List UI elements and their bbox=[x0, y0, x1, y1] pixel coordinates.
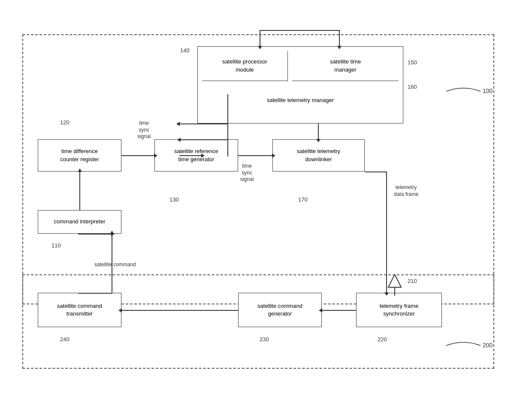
sat-telemetry-downlinker-box: satellite telemetrydownlinker bbox=[272, 139, 365, 171]
ref-230: 230 bbox=[260, 336, 269, 343]
ref-160: 160 bbox=[408, 84, 417, 90]
arrow-h-140-to-130 bbox=[180, 139, 228, 140]
ref-210: 210 bbox=[408, 278, 417, 284]
ref-170: 170 bbox=[298, 196, 308, 203]
arrow-telemetry-mgr-to-downlinker bbox=[318, 123, 319, 139]
satellite-telemetry-manager-label: satellite telemetry manager bbox=[267, 96, 334, 104]
arrow-satellite-cmd-h2 bbox=[78, 234, 112, 235]
telemetry-data-frame-label: telemetrydata frame bbox=[394, 184, 418, 198]
ref-130: 130 bbox=[169, 196, 179, 203]
svg-text:200: 200 bbox=[483, 342, 493, 349]
satellite-time-manager-label: satellite timemanager bbox=[330, 58, 361, 73]
svg-text:100: 100 bbox=[483, 87, 493, 94]
ref-100-curve: 100 bbox=[446, 83, 502, 100]
arrow-time-diff-to-ref bbox=[121, 155, 154, 156]
ref-150: 150 bbox=[408, 59, 417, 66]
satellite-processor-module-label: satellite processormodule bbox=[222, 58, 267, 73]
sat-cmd-generator-box: satellite commandgenerator bbox=[238, 293, 322, 327]
sat-cmd-transmitter-label: satellite commandtransmitter bbox=[57, 302, 102, 318]
sat-cmd-transmitter-box: satellite commandtransmitter bbox=[38, 293, 121, 327]
arrow-satellite-cmd-h1 bbox=[78, 293, 112, 294]
arrow-cmd-to-time-diff bbox=[79, 171, 80, 210]
arrow-ref-to-downlinker bbox=[238, 155, 272, 156]
antenna-symbol bbox=[386, 274, 403, 296]
arrow-downlinker-to-tfs-h bbox=[365, 171, 387, 172]
telemetry-frame-sync-box: telemetry framesynchronizer bbox=[356, 293, 442, 327]
command-interpreter-box: command interpreter bbox=[38, 210, 121, 234]
sat-cmd-generator-label: satellite commandgenerator bbox=[257, 302, 302, 318]
time-difference-counter-box: time differencecounter register bbox=[38, 139, 121, 171]
ref-240: 240 bbox=[60, 336, 70, 343]
time-difference-counter-label: time differencecounter register bbox=[60, 147, 99, 163]
arrow-proc-to-ref-time bbox=[179, 155, 202, 156]
arrow-top-to-time-mgr bbox=[339, 30, 340, 46]
arrow-cmd-gen-to-transmitter bbox=[121, 310, 238, 311]
time-sync-signal-bottom-label: timesyncsignal bbox=[240, 163, 254, 183]
ref-120: 120 bbox=[60, 119, 70, 126]
arrow-top-connector bbox=[260, 30, 340, 31]
ref-200-curve: 200 bbox=[446, 337, 502, 354]
telemetry-frame-sync-label: telemetry framesynchronizer bbox=[380, 302, 418, 318]
satellite-command-label: satellite command bbox=[94, 262, 136, 268]
time-sync-signal-top-label: timesyncsignal bbox=[137, 120, 151, 140]
arrow-v-140-to-130 bbox=[227, 94, 228, 139]
svg-marker-0 bbox=[388, 274, 401, 287]
ref-140: 140 bbox=[180, 47, 190, 54]
arrow-top-to-proc bbox=[260, 30, 260, 46]
satellite-telemetry-manager-box: satellite telemetry manager bbox=[202, 85, 399, 115]
sat-telemetry-downlinker-label: satellite telemetrydownlinker bbox=[297, 147, 340, 163]
ref-220: 220 bbox=[378, 336, 387, 343]
arrow-tfs-to-cmd-gen bbox=[322, 310, 356, 311]
command-interpreter-label: command interpreter bbox=[54, 218, 106, 226]
arrow-proc-left-to-ref bbox=[179, 123, 228, 124]
satellite-processor-module-box: satellite processormodule bbox=[202, 51, 288, 81]
ref-110: 110 bbox=[51, 242, 61, 249]
processor-group-box: satellite processormodule satellite time… bbox=[197, 46, 403, 123]
satellite-time-manager-box: satellite timemanager bbox=[292, 51, 399, 81]
